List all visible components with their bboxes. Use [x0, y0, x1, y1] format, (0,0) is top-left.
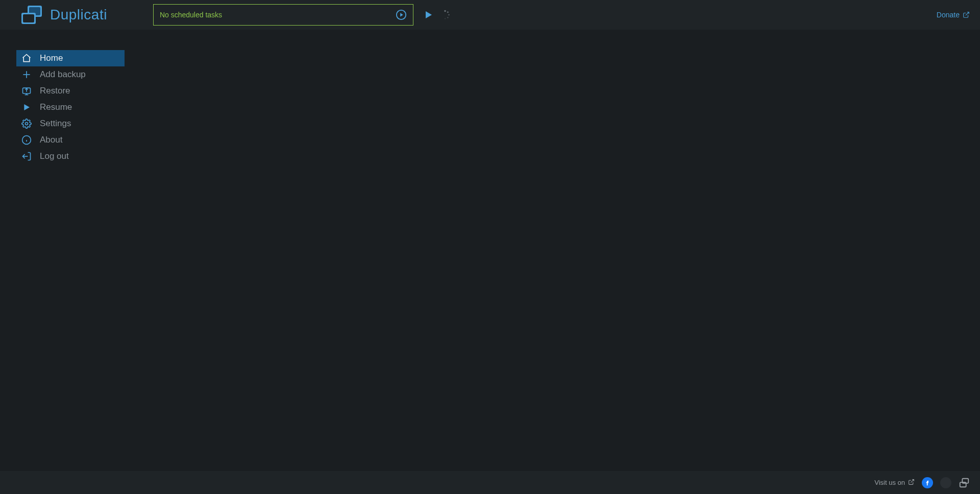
- svg-point-9: [448, 14, 450, 16]
- svg-point-7: [444, 10, 446, 12]
- donate-label: Donate: [937, 11, 960, 19]
- sidebar-item-settings[interactable]: Settings: [16, 115, 125, 132]
- external-link-icon: [908, 479, 915, 487]
- svg-point-8: [447, 11, 449, 13]
- svg-point-11: [445, 18, 446, 19]
- visit-label: Visit us on: [874, 479, 905, 486]
- sidebar-item-logout[interactable]: Log out: [16, 148, 125, 164]
- svg-marker-5: [400, 13, 403, 16]
- svg-marker-6: [426, 11, 432, 18]
- info-icon: [21, 135, 32, 145]
- home-icon: [21, 53, 32, 63]
- svg-point-10: [447, 17, 448, 18]
- header: Duplicati No scheduled tasks: [0, 0, 980, 30]
- sidebar-item-about[interactable]: About: [16, 132, 125, 148]
- sidebar-item-label: Settings: [40, 119, 71, 129]
- sidebar-item-label: Log out: [40, 151, 69, 161]
- run-now-icon[interactable]: [396, 9, 407, 20]
- gear-icon: [21, 119, 32, 129]
- footer: Visit us on: [0, 471, 980, 494]
- app-logo-icon: [19, 3, 44, 27]
- external-link-icon: [963, 11, 970, 18]
- app-title: Duplicati: [50, 7, 107, 23]
- logout-icon: [21, 151, 32, 161]
- svg-line-12: [966, 12, 969, 15]
- sidebar-item-add-backup[interactable]: Add backup: [16, 66, 125, 83]
- social-icon[interactable]: [940, 477, 951, 488]
- sidebar-item-label: Restore: [40, 86, 70, 96]
- sidebar-item-home[interactable]: Home: [16, 50, 125, 66]
- duplicati-logo-icon[interactable]: [959, 477, 970, 488]
- status-box: No scheduled tasks: [153, 4, 413, 26]
- sidebar-item-label: Home: [40, 53, 63, 63]
- visit-us-link[interactable]: Visit us on: [874, 479, 915, 487]
- sidebar-item-label: About: [40, 135, 62, 145]
- sidebar-item-restore[interactable]: Restore: [16, 83, 125, 99]
- play-icon: [21, 102, 32, 112]
- svg-marker-19: [24, 104, 30, 110]
- logo-block[interactable]: Duplicati: [19, 3, 107, 27]
- svg-rect-3: [23, 14, 34, 22]
- status-text: No scheduled tasks: [160, 11, 222, 19]
- header-controls: [425, 10, 450, 20]
- throbber-icon: [440, 10, 450, 20]
- sidebar: Home Add backup Restore Resume: [16, 50, 125, 164]
- facebook-icon[interactable]: [922, 477, 933, 488]
- donate-link[interactable]: Donate: [937, 11, 970, 19]
- svg-point-20: [26, 123, 28, 125]
- plus-icon: [21, 69, 32, 80]
- sidebar-item-label: Add backup: [40, 69, 86, 80]
- svg-line-25: [911, 479, 914, 482]
- sidebar-item-label: Resume: [40, 102, 72, 112]
- sidebar-item-resume[interactable]: Resume: [16, 99, 125, 115]
- restore-icon: [21, 86, 32, 96]
- main-content: [133, 30, 980, 471]
- play-icon[interactable]: [425, 11, 433, 19]
